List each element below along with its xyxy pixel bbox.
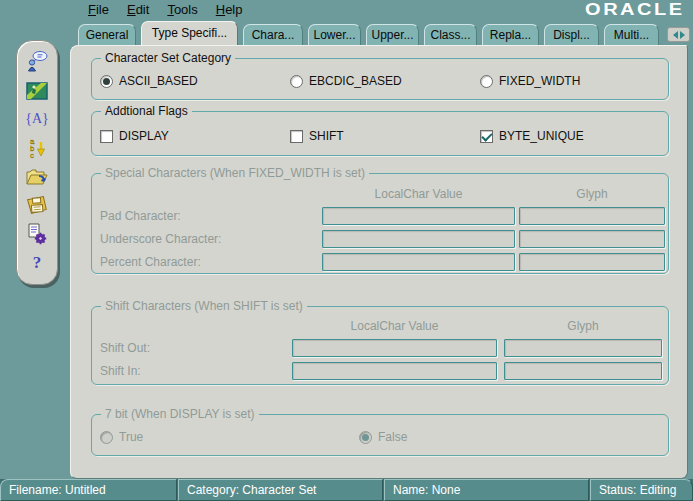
- radio-icon: [100, 75, 113, 88]
- menu-file[interactable]: File: [88, 2, 109, 17]
- menu-tools[interactable]: Tools: [167, 2, 197, 17]
- tab-classification[interactable]: Class...: [424, 24, 477, 45]
- radio-fixed-width[interactable]: FIXED_WIDTH: [480, 74, 580, 88]
- scroll-right-icon: [680, 31, 685, 39]
- menu-edit[interactable]: Edit: [127, 2, 149, 17]
- group-title: 7 bit (When DISPLAY is set): [101, 407, 259, 421]
- checkbox-byte-unique[interactable]: BYTE_UNIQUE: [480, 129, 584, 143]
- group-special-characters: Special Characters (When FIXED_WIDTH is …: [91, 173, 669, 274]
- column-header-glyph: Glyph: [504, 319, 662, 333]
- shift-in-localchar-field[interactable]: [292, 362, 497, 380]
- status-category: Category: Character Set: [178, 479, 383, 501]
- tab-lowercase[interactable]: Lower...: [308, 24, 361, 45]
- oracle-locale-builder-window: File Edit Tools Help ORACLE General Type…: [0, 0, 693, 501]
- menu-help[interactable]: Help: [216, 2, 243, 17]
- shift-in-glyph-field[interactable]: [504, 362, 662, 380]
- group-title: Shift Characters (When SHIFT is set): [101, 299, 307, 313]
- type-specific-panel: Character Set Category ASCII_BASED EBCDI…: [70, 45, 688, 479]
- column-header-localchar: LocalChar Value: [292, 319, 497, 333]
- toolbar: {A} a b c: [16, 40, 58, 285]
- group-title: Character Set Category: [101, 51, 235, 65]
- percent-character-localchar-field[interactable]: [322, 253, 515, 271]
- radio-true[interactable]: True: [100, 430, 143, 444]
- shift-out-glyph-field[interactable]: [504, 339, 662, 357]
- percent-character-label: Percent Character:: [100, 255, 201, 269]
- view-locale-map-icon[interactable]: [25, 79, 49, 103]
- scroll-left-icon: [673, 31, 678, 39]
- pad-character-glyph-field[interactable]: [519, 207, 665, 225]
- radio-ascii-based[interactable]: ASCII_BASED: [100, 74, 198, 88]
- tab-general[interactable]: General: [78, 24, 136, 45]
- generate-nlb-icon[interactable]: [25, 222, 49, 246]
- oracle-logo: ORACLE: [586, 1, 685, 19]
- shift-out-localchar-field[interactable]: [292, 339, 497, 357]
- tab-scroll-arrows[interactable]: [667, 27, 690, 42]
- group-title: Special Characters (When FIXED_WIDTH is …: [101, 166, 369, 180]
- column-header-localchar: LocalChar Value: [322, 187, 515, 201]
- tab-uppercase[interactable]: Upper...: [366, 24, 419, 45]
- group-title: Addtional Flags: [101, 104, 192, 118]
- svg-text:c: c: [30, 151, 34, 160]
- radio-icon: [359, 431, 372, 444]
- checkbox-shift[interactable]: SHIFT: [290, 129, 344, 143]
- character-set-icon[interactable]: {A}: [25, 107, 49, 131]
- status-name: Name: None: [384, 479, 589, 501]
- checkbox-icon: [290, 130, 303, 143]
- radio-false[interactable]: False: [359, 430, 407, 444]
- new-language-wizard-icon[interactable]: [25, 50, 49, 74]
- tab-replacement[interactable]: Repla...: [482, 24, 539, 45]
- radio-icon: [290, 75, 303, 88]
- checkbox-display[interactable]: DISPLAY: [100, 129, 169, 143]
- radio-ebcdic-based[interactable]: EBCDIC_BASED: [290, 74, 402, 88]
- save-file-icon[interactable]: [25, 194, 49, 218]
- shift-in-label: Shift In:: [100, 364, 141, 378]
- radio-icon: [480, 75, 493, 88]
- underscore-character-label: Underscore Character:: [100, 232, 221, 246]
- tab-character[interactable]: Chara...: [243, 24, 303, 45]
- column-header-glyph: Glyph: [519, 187, 665, 201]
- linguistic-sort-icon[interactable]: a b c: [25, 136, 49, 160]
- radio-icon: [100, 431, 113, 444]
- underscore-character-localchar-field[interactable]: [322, 230, 515, 248]
- percent-character-glyph-field[interactable]: [519, 253, 665, 271]
- tab-display[interactable]: Displ...: [544, 24, 599, 45]
- group-seven-bit: 7 bit (When DISPLAY is set) True False: [91, 414, 669, 456]
- group-shift-characters: Shift Characters (When SHIFT is set) Loc…: [91, 306, 669, 385]
- checkbox-check-icon: [480, 130, 493, 143]
- group-additional-flags: Addtional Flags DISPLAY SHIFT BYTE_UNIQU…: [91, 111, 669, 156]
- pad-character-localchar-field[interactable]: [322, 207, 515, 225]
- shift-out-label: Shift Out:: [100, 341, 150, 355]
- tab-multi[interactable]: Multi...: [604, 24, 659, 45]
- tab-bar: General Type Specifi... Chara... Lower..…: [78, 21, 690, 45]
- status-bar: Filename: Untitled Category: Character S…: [0, 479, 693, 501]
- help-icon[interactable]: ?: [25, 251, 49, 275]
- pad-character-label: Pad Character:: [100, 209, 181, 223]
- underscore-character-glyph-field[interactable]: [519, 230, 665, 248]
- group-character-set-category: Character Set Category ASCII_BASED EBCDI…: [91, 58, 669, 100]
- status-filename: Filename: Untitled: [0, 479, 177, 501]
- checkbox-icon: [100, 130, 113, 143]
- menu-bar: File Edit Tools Help ORACLE: [0, 0, 693, 21]
- open-file-icon[interactable]: [25, 165, 49, 189]
- status-editing: Status: Editing: [590, 479, 693, 501]
- tab-type-specific[interactable]: Type Specifi...: [141, 21, 238, 45]
